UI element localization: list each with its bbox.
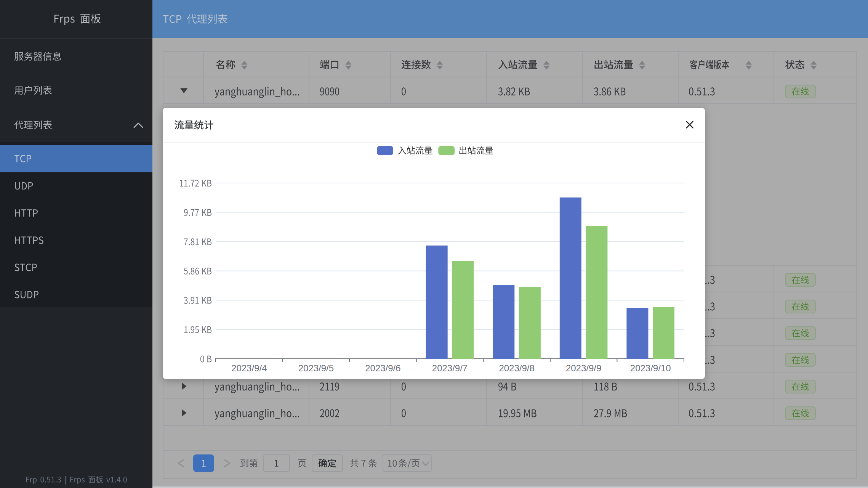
svg-text:2023/9/6: 2023/9/6 (365, 363, 400, 373)
svg-text:2023/9/7: 2023/9/7 (432, 363, 468, 373)
svg-text:2023/9/10: 2023/9/10 (630, 363, 671, 373)
svg-text:2023/9/8: 2023/9/8 (499, 363, 534, 373)
svg-text:2023/9/5: 2023/9/5 (298, 363, 334, 373)
svg-text:2023/9/4: 2023/9/4 (231, 363, 267, 373)
svg-text:2023/9/9: 2023/9/9 (566, 363, 601, 373)
